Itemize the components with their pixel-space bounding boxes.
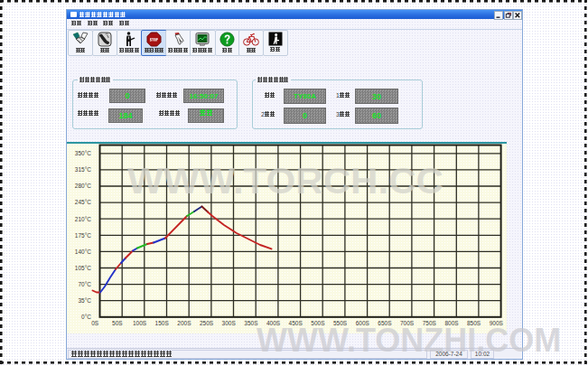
svg-text:105°C: 105°C: [75, 265, 91, 271]
svg-text:150S: 150S: [155, 320, 170, 326]
svg-text:35°C: 35°C: [78, 297, 91, 304]
svg-text:70°C: 70°C: [78, 281, 91, 287]
svg-text:350°C: 350°C: [75, 150, 91, 156]
svg-text:140°C: 140°C: [75, 249, 91, 255]
svg-text:245°C: 245°C: [75, 199, 91, 205]
svg-text:175°C: 175°C: [75, 232, 91, 239]
svg-text:250S: 250S: [200, 320, 214, 326]
svg-text:100S: 100S: [133, 320, 147, 326]
svg-text:0S: 0S: [91, 320, 99, 326]
svg-text:280°C: 280°C: [75, 183, 91, 189]
svg-text:50S: 50S: [112, 320, 123, 326]
svg-text:200S: 200S: [177, 320, 191, 326]
svg-text:WWW.TORCH.CC: WWW.TORCH.CC: [127, 161, 443, 201]
svg-text:300S: 300S: [222, 320, 237, 326]
svg-text:210°C: 210°C: [75, 216, 91, 222]
svg-text:315°C: 315°C: [75, 166, 91, 173]
svg-text:0°C: 0°C: [81, 314, 91, 320]
